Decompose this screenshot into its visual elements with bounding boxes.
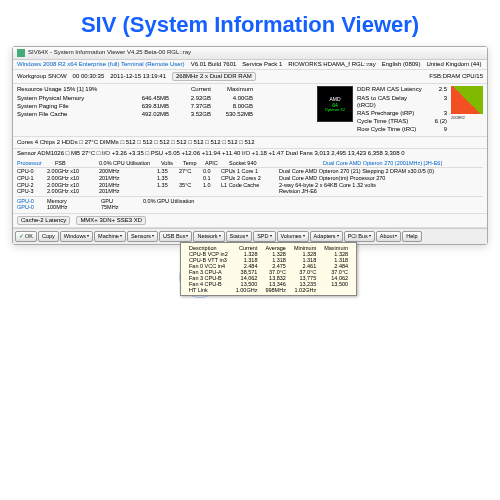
adapters-button[interactable]: Adapters ▾	[310, 231, 343, 242]
ok-button[interactable]: ✓ OK	[15, 231, 37, 242]
table-row: CPU-22.00GHz x10201MHz1.3535°C1.0L1 Code…	[17, 182, 483, 189]
about-button[interactable]: About ▾	[376, 231, 401, 242]
tooltip-popup: DescriptionCurrentAverageMinimumMaximumC…	[180, 242, 357, 296]
table-row: CPU-12.00GHz x10201MHz1.350.1CPUs 2 Core…	[17, 175, 483, 182]
titlebar[interactable]: SIV64X - System Information Viewer V4.25…	[13, 47, 487, 60]
tooltip-table: DescriptionCurrentAverageMinimumMaximumC…	[185, 245, 352, 293]
table-row: CPU-02.00GHz x10200MHz1.3527°C0.0CPUs 1 …	[17, 168, 483, 175]
sensors-row-1: Cores 4 Chips 2 HDDs □ 27°C DIMMs □ 512 …	[13, 136, 487, 149]
workgroup-text: Workgroup SNOW	[17, 73, 67, 80]
amd-logo: AMD64Opteron X2	[317, 86, 353, 122]
windows-logo	[451, 86, 483, 114]
header-row-1: Windows 2008 R2 x64 Enterprise (full) Te…	[13, 60, 487, 69]
table-row: System Paging File639.81MB7.37GB8.00GB	[17, 103, 313, 110]
mmx-badge[interactable]: MMX+ 3DN+ SSE3 XD	[76, 216, 146, 225]
sensors-row-2: Sensor ADM1026 □ MB 27°C □ I/O +3.26 +3.…	[13, 149, 487, 158]
sp-text: Service Pack 1	[242, 61, 282, 68]
ram-badge[interactable]: 268MHz 2 x Dual DDR RAM	[172, 72, 256, 81]
cpu-table: ProcessorFSB0.0% CPU UtilisationVoltsTem…	[13, 158, 487, 213]
cache-badge[interactable]: Cache-2 Latency	[17, 216, 70, 225]
sensors-button[interactable]: Sensors ▾	[127, 231, 158, 242]
status-row: Cache-2 Latency MMX+ 3DN+ SSE3 XD	[13, 213, 487, 228]
copy-button[interactable]: Copy	[38, 231, 59, 242]
board-text: RIOWORKS HDAMA_f RGL::ray	[288, 61, 375, 68]
date-text: 2011-12-15 13:19:41	[110, 73, 166, 80]
lang-text: English (0809)	[382, 61, 421, 68]
volumes-button[interactable]: Volumes ▾	[277, 231, 309, 242]
sensor-text: Sensor ADM1026 □ MB 27°C □ I/O +3.26 +3.…	[17, 150, 405, 157]
fsb-text: FSB:DRAM CPU/15	[429, 73, 483, 80]
spd-button[interactable]: SPD ▾	[253, 231, 275, 242]
windows-button[interactable]: Windows ▾	[60, 231, 93, 242]
table-row: RAS Precharge (tRP)3	[357, 110, 447, 117]
help-button[interactable]: Help	[402, 231, 421, 242]
app-icon	[17, 49, 25, 57]
os-link[interactable]: Windows 2008 R2 x64 Enterprise (full) Te…	[17, 61, 185, 68]
table-row: CPU-32.00GHz x10201MHzRevision JH-E6	[17, 188, 483, 195]
dimms-text: Cores 4 Chips 2 HDDs □ 27°C DIMMs □ 512 …	[17, 139, 254, 146]
table-row: System File Cache492.02MB3.52GB530.52MB	[17, 111, 313, 118]
cpu-body: CPU-02.00GHz x10200MHz1.3527°C0.0CPUs 1 …	[17, 168, 483, 194]
table-row: DDR RAM CAS Latency2.5	[357, 86, 447, 93]
page-title: SIV (System Information Viewer)	[0, 0, 500, 46]
pci bus-button[interactable]: PCI Bus ▾	[344, 231, 375, 242]
memory-block: Resource Usage 15% [1] 19%CurrentMaximum…	[13, 84, 487, 135]
table-row: Row Cycle Time (tRC)9	[357, 126, 447, 133]
table-row: System Physical Memory646.45MB2.92GB4.00…	[17, 95, 313, 102]
gpu-body: GPU-0MemoryGPU0.0% GPU UtilisationGPU-01…	[17, 196, 483, 211]
version-text: V6.01 Build 7601	[191, 61, 237, 68]
network-button[interactable]: Network ▾	[193, 231, 224, 242]
header-row-2: Workgroup SNOW 00 00:30:35 2011-12-15 13…	[13, 69, 487, 84]
table-row: GPU-0MemoryGPU0.0% GPU Utilisation	[17, 198, 483, 205]
app-window: SIV64X - System Information Viewer V4.25…	[12, 46, 488, 245]
titlebar-text: SIV64X - System Information Viewer V4.25…	[28, 49, 191, 56]
memory-left: Resource Usage 15% [1] 19%CurrentMaximum…	[17, 86, 313, 133]
table-row: GPU-0100MHz75MHz	[17, 204, 483, 211]
status-button[interactable]: Status ▾	[226, 231, 253, 242]
usb bus-button[interactable]: USB Bus ▾	[159, 231, 192, 242]
country-text: United Kingdom (44)	[426, 61, 481, 68]
machine-button[interactable]: Machine ▾	[94, 231, 126, 242]
table-row: Resource Usage 15% [1] 19%CurrentMaximum	[17, 86, 313, 93]
cpu-header-row: ProcessorFSB0.0% CPU UtilisationVoltsTem…	[17, 160, 483, 169]
memory-right: DDR RAM CAS Latency2.5RAS to CAS Delay (…	[357, 86, 447, 133]
uptime-text: 00 00:30:35	[73, 73, 105, 80]
table-row: Cycle Time (TRAS)6 (2)	[357, 118, 447, 125]
table-row: RAS to CAS Delay (tRCD)3	[357, 95, 447, 109]
